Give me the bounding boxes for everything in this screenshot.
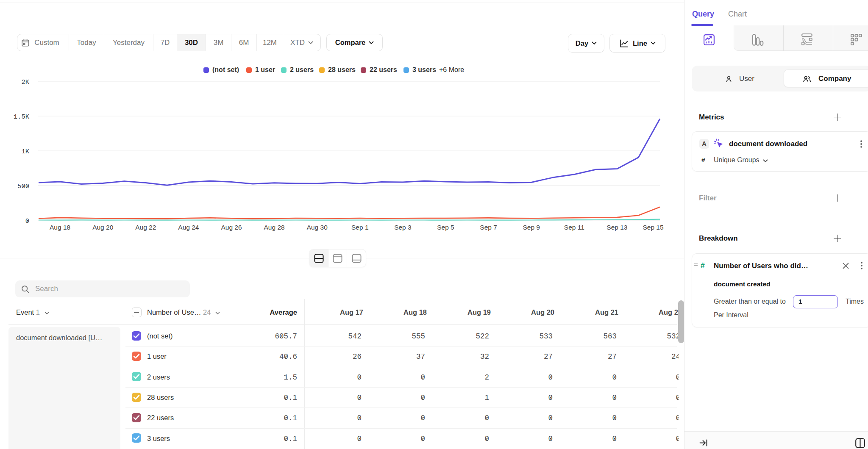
- svg-text:Sep 1: Sep 1: [351, 224, 369, 231]
- svg-text:Aug 28: Aug 28: [264, 224, 285, 231]
- svg-text:Sep 13: Sep 13: [606, 224, 627, 231]
- svg-text:Aug 24: Aug 24: [178, 224, 199, 231]
- svg-text:Aug 22: Aug 22: [135, 224, 156, 231]
- svg-text:Aug 20: Aug 20: [92, 224, 114, 231]
- svg-text:Aug 26: Aug 26: [221, 224, 242, 231]
- svg-text:Sep 5: Sep 5: [437, 224, 454, 231]
- svg-text:Aug 18: Aug 18: [50, 224, 70, 231]
- svg-text:Sep 15: Sep 15: [643, 224, 663, 231]
- svg-text:Sep 7: Sep 7: [480, 224, 497, 231]
- svg-text:Sep 11: Sep 11: [564, 224, 584, 231]
- svg-text:Aug 30: Aug 30: [307, 224, 328, 231]
- svg-text:Sep 9: Sep 9: [523, 224, 540, 231]
- svg-text:Sep 3: Sep 3: [394, 224, 412, 231]
